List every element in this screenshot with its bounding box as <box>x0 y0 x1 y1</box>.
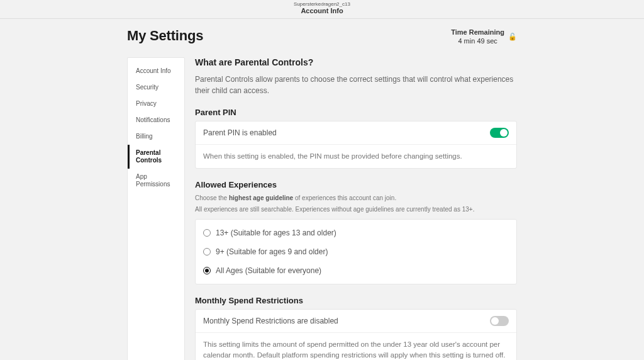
allowed-exp-card: 13+ (Suitable for ages 13 and older)9+ (… <box>195 219 517 284</box>
parent-pin-heading: Parent PIN <box>195 108 517 117</box>
settings-content: What are Parental Controls? Parental Con… <box>195 57 517 360</box>
intro-heading: What are Parental Controls? <box>195 57 517 67</box>
topbar-username: Supersterkedragen2_c13 <box>0 1 644 7</box>
sidebar-item-notifications[interactable]: Notifications <box>128 112 184 128</box>
sidebar-item-parental-controls[interactable]: Parental Controls <box>128 145 184 169</box>
age-option[interactable]: 9+ (Suitable for ages 9 and older) <box>203 242 509 261</box>
sidebar-item-security[interactable]: Security <box>128 79 184 96</box>
age-option[interactable]: All Ages (Suitable for everyone) <box>203 261 509 280</box>
time-remaining-value: 4 min 49 sec <box>451 37 504 45</box>
sidebar-item-account-info[interactable]: Account Info <box>128 63 184 79</box>
radio-icon <box>203 248 211 256</box>
sidebar-item-privacy[interactable]: Privacy <box>128 96 184 112</box>
parent-pin-card: Parent PIN is enabled When this setting … <box>195 121 517 169</box>
monthly-spend-help: This setting limits the amount of spend … <box>196 333 516 360</box>
page-title: My Settings <box>127 28 203 44</box>
lock-icon: 🔓 <box>508 32 517 41</box>
parent-pin-status: Parent PIN is enabled <box>203 128 277 137</box>
settings-sidebar: Account InfoSecurityPrivacyNotifications… <box>127 57 185 360</box>
age-option-label: 13+ (Suitable for ages 13 and older) <box>216 228 336 237</box>
allowed-exp-heading: Allowed Experiences <box>195 180 517 189</box>
age-option-label: All Ages (Suitable for everyone) <box>216 266 321 275</box>
radio-icon <box>203 267 211 274</box>
radio-icon <box>203 229 211 237</box>
sidebar-item-billing[interactable]: Billing <box>128 128 184 145</box>
topbar-title: Account Info <box>0 7 644 14</box>
allowed-exp-hint2: All experiences are still searchable. Ex… <box>195 205 517 214</box>
monthly-spend-heading: Monthly Spend Restrictions <box>195 296 517 305</box>
monthly-spend-status: Monthly Spend Restrictions are disabled <box>203 317 338 325</box>
time-remaining: Time Remaining 4 min 49 sec 🔓 <box>451 28 517 46</box>
parent-pin-toggle[interactable] <box>490 128 509 138</box>
topbar: Supersterkedragen2_c13 Account Info <box>0 0 644 19</box>
monthly-spend-card: Monthly Spend Restrictions are disabled … <box>195 309 517 360</box>
monthly-spend-toggle[interactable] <box>490 316 509 326</box>
time-remaining-label: Time Remaining <box>451 28 504 37</box>
allowed-exp-hint1: Choose the highest age guideline of expe… <box>195 193 517 203</box>
intro-body: Parental Controls allow parents to choos… <box>195 74 517 96</box>
age-option-label: 9+ (Suitable for ages 9 and older) <box>216 247 328 256</box>
parent-pin-help: When this setting is enabled, the PIN mu… <box>196 145 516 168</box>
sidebar-item-app-permissions[interactable]: App Permissions <box>128 169 184 193</box>
age-option[interactable]: 13+ (Suitable for ages 13 and older) <box>203 223 509 242</box>
